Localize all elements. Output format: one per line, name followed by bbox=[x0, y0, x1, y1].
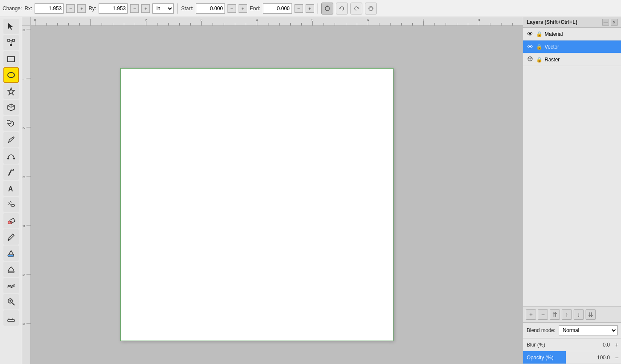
text-tool[interactable]: A bbox=[3, 181, 19, 196]
layer-visible-icon-material: 👁 bbox=[527, 31, 534, 38]
rotate-right-btn[interactable] bbox=[350, 3, 362, 14]
blur-value: 0.0 bbox=[566, 342, 612, 348]
layer-visible-icon-raster bbox=[527, 56, 534, 63]
layer-name-vector: Vector bbox=[545, 44, 618, 50]
dropper-tool[interactable] bbox=[3, 229, 19, 245]
layers-minimize-btn[interactable]: — bbox=[602, 19, 609, 26]
paint-bucket-tool[interactable] bbox=[3, 246, 19, 261]
svg-rect-6 bbox=[12, 39, 15, 41]
change-label: Change: bbox=[3, 6, 22, 12]
wave-tool[interactable] bbox=[3, 278, 19, 293]
layers-panel: Layers (Shift+Ctrl+L) — × 👁 🔒 Material 👁… bbox=[523, 17, 621, 322]
blend-mode-select[interactable]: Normal Multiply Screen Overlay Darken Li… bbox=[559, 325, 618, 335]
rx-label: Rx: bbox=[24, 6, 32, 12]
flip-btn[interactable] bbox=[365, 3, 377, 14]
end-minus-btn[interactable]: − bbox=[294, 4, 303, 13]
layers-panel-title: Layers (Shift+Ctrl+L) bbox=[527, 19, 577, 25]
svg-rect-7 bbox=[10, 44, 12, 46]
top-toolbar: Change: Rx: − + Ry: − + in px mm cm pt S… bbox=[0, 0, 621, 17]
3d-box-tool[interactable] bbox=[3, 100, 19, 115]
ry-plus-btn[interactable]: + bbox=[141, 4, 150, 13]
svg-line-34 bbox=[12, 303, 15, 305]
eraser-tool[interactable] bbox=[3, 213, 19, 228]
opacity-value: 100.0 bbox=[566, 355, 612, 361]
ry-minus-btn[interactable]: − bbox=[130, 4, 139, 13]
ruler-corner bbox=[22, 17, 31, 26]
layer-item-vector[interactable]: 👁 🔒 Vector bbox=[523, 40, 621, 53]
start-minus-btn[interactable]: − bbox=[227, 4, 236, 13]
toolbar-separator-2 bbox=[318, 3, 318, 14]
move-bottom-btn[interactable]: ⇊ bbox=[586, 309, 596, 320]
svg-point-24 bbox=[9, 203, 10, 204]
svg-point-18 bbox=[7, 158, 9, 159]
canvas-area: 012345678 01234567 bbox=[22, 17, 523, 364]
svg-text:A: A bbox=[8, 185, 13, 193]
erase2-tool[interactable] bbox=[3, 262, 19, 277]
svg-line-16 bbox=[11, 106, 15, 107]
remove-layer-btn[interactable]: − bbox=[538, 309, 548, 320]
node-tool[interactable] bbox=[3, 35, 19, 50]
svg-rect-26 bbox=[11, 205, 15, 206]
svg-point-22 bbox=[10, 201, 11, 202]
toolbar-separator-1 bbox=[177, 3, 178, 14]
unit-select[interactable]: in px mm cm pt bbox=[152, 3, 174, 14]
svg-point-21 bbox=[9, 202, 9, 203]
add-layer-btn[interactable]: + bbox=[526, 309, 536, 320]
canvas-paper bbox=[120, 68, 394, 341]
layer-lock-icon-vector: 🔒 bbox=[536, 44, 542, 50]
end-plus-btn[interactable]: + bbox=[306, 4, 314, 13]
svg-marker-1 bbox=[339, 7, 340, 9]
opacity-minus-btn[interactable]: − bbox=[612, 353, 621, 362]
svg-rect-5 bbox=[8, 39, 10, 41]
spiral-tool[interactable] bbox=[3, 116, 19, 131]
select-tool[interactable] bbox=[3, 19, 19, 34]
blur-add-btn[interactable]: + bbox=[612, 341, 621, 349]
move-down-btn[interactable]: ↓ bbox=[574, 309, 584, 320]
svg-point-0 bbox=[325, 6, 329, 11]
rectangle-tool[interactable] bbox=[3, 51, 19, 66]
rotate-left-btn[interactable] bbox=[336, 3, 348, 14]
start-input[interactable] bbox=[196, 3, 225, 14]
layer-item-material[interactable]: 👁 🔒 Material bbox=[523, 28, 621, 40]
end-input[interactable] bbox=[263, 3, 292, 14]
pencil-tool[interactable] bbox=[3, 132, 19, 147]
layer-name-material: Material bbox=[545, 31, 618, 37]
start-label: Start: bbox=[181, 6, 193, 12]
end-label: End: bbox=[250, 6, 260, 12]
star-tool[interactable] bbox=[3, 84, 19, 99]
ellipse-tool[interactable] bbox=[3, 67, 19, 83]
canvas-content[interactable] bbox=[31, 26, 523, 364]
calligraphy-tool[interactable] bbox=[3, 165, 19, 180]
start-plus-btn[interactable]: + bbox=[239, 4, 247, 13]
rx-input[interactable] bbox=[35, 3, 64, 14]
layers-header: Layers (Shift+Ctrl+L) — × bbox=[523, 17, 621, 28]
measure-tool[interactable] bbox=[3, 310, 19, 326]
rx-plus-btn[interactable]: + bbox=[77, 4, 86, 13]
blur-label: Blur (%) bbox=[523, 338, 566, 351]
layer-lock-icon-raster: 🔒 bbox=[536, 57, 542, 63]
bezier-tool[interactable] bbox=[3, 148, 19, 164]
svg-point-11 bbox=[8, 72, 15, 78]
svg-marker-4 bbox=[8, 23, 13, 30]
svg-point-3 bbox=[369, 6, 373, 11]
layers-list: 👁 🔒 Material 👁 🔒 Vector 🔒 Raster bbox=[523, 28, 621, 306]
svg-point-23 bbox=[11, 202, 12, 203]
toolbox: A bbox=[0, 17, 22, 364]
svg-marker-12 bbox=[8, 88, 15, 95]
move-up-btn[interactable]: ↑ bbox=[562, 309, 572, 320]
horizontal-ruler: 012345678 bbox=[31, 17, 523, 26]
layer-visible-icon-vector: 👁 bbox=[527, 43, 534, 50]
ry-input[interactable] bbox=[99, 3, 128, 14]
zoom-tool[interactable] bbox=[3, 294, 19, 309]
right-panel: Layers (Shift+Ctrl+L) — × 👁 🔒 Material 👁… bbox=[523, 17, 621, 364]
rx-minus-btn[interactable]: − bbox=[66, 4, 75, 13]
ry-label: Ry: bbox=[88, 6, 96, 12]
move-top-btn[interactable]: ⇈ bbox=[550, 309, 560, 320]
svg-point-19 bbox=[13, 158, 15, 159]
layer-item-raster[interactable]: 🔒 Raster bbox=[523, 53, 621, 66]
spray-tool[interactable] bbox=[3, 197, 19, 212]
svg-marker-2 bbox=[358, 7, 359, 9]
rotate-reset-btn[interactable] bbox=[321, 3, 333, 14]
layers-header-buttons: — × bbox=[602, 19, 618, 26]
layers-close-btn[interactable]: × bbox=[611, 19, 618, 26]
